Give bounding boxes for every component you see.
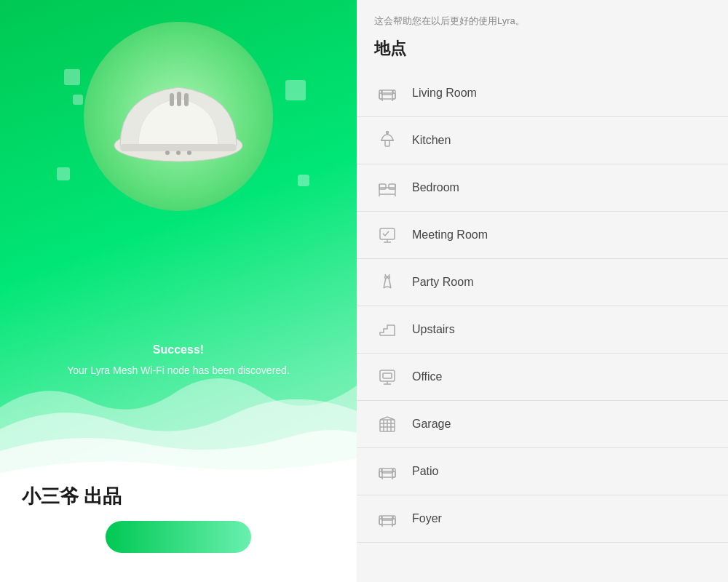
svg-rect-1 — [170, 93, 174, 106]
svg-rect-20 — [389, 184, 395, 189]
router-circle — [84, 22, 273, 211]
room-label-living-room: Living Room — [412, 87, 477, 100]
right-panel: 这会帮助您在以后更好的使用Lyra。 地点 Living Room Kitche… — [357, 0, 728, 582]
svg-point-6 — [176, 151, 181, 155]
svg-rect-46 — [379, 469, 382, 477]
room-label-upstairs: Upstairs — [412, 323, 455, 336]
room-item-upstairs[interactable]: Upstairs — [357, 306, 728, 354]
continue-button[interactable] — [106, 521, 251, 553]
router-illustration — [106, 58, 251, 175]
room-icon-upstairs — [374, 316, 400, 343]
room-label-bedroom: Bedroom — [412, 181, 459, 194]
room-label-garage: Garage — [412, 418, 451, 431]
success-message: Success! Your Lyra Mesh Wi-Fi node has b… — [0, 340, 357, 378]
deco-square-3 — [57, 167, 70, 180]
left-panel: Success! Your Lyra Mesh Wi-Fi node has b… — [0, 0, 357, 582]
room-label-kitchen: Kitchen — [412, 134, 451, 147]
room-item-kitchen[interactable]: Kitchen — [357, 117, 728, 164]
svg-rect-10 — [379, 90, 382, 99]
room-item-living-room[interactable]: Living Room — [357, 70, 728, 117]
svg-rect-34 — [380, 370, 395, 381]
svg-line-33 — [389, 274, 389, 276]
svg-rect-15 — [385, 140, 389, 146]
room-label-patio: Patio — [412, 465, 438, 478]
svg-rect-37 — [383, 373, 392, 378]
svg-rect-19 — [379, 184, 386, 189]
room-item-party-room[interactable]: Party Room — [357, 259, 728, 306]
room-item-office[interactable]: Office — [357, 354, 728, 401]
room-item-patio[interactable]: Patio — [357, 448, 728, 495]
success-title: Success! — [15, 340, 342, 359]
deco-square-1 — [64, 69, 80, 85]
svg-point-7 — [187, 151, 191, 155]
svg-point-5 — [165, 151, 170, 155]
branding-text: 小三爷 出品 — [22, 484, 122, 509]
deco-square-4 — [285, 80, 306, 100]
svg-rect-51 — [381, 516, 393, 520]
room-item-foyer[interactable]: Foyer — [357, 495, 728, 543]
deco-square-2 — [73, 95, 83, 105]
room-icon-office — [374, 364, 400, 390]
svg-rect-9 — [381, 90, 393, 95]
room-label-meeting-room: Meeting Room — [412, 228, 488, 242]
room-item-meeting-room[interactable]: Meeting Room — [357, 212, 728, 259]
svg-rect-11 — [392, 90, 395, 99]
svg-rect-3 — [184, 93, 189, 106]
svg-rect-2 — [177, 92, 181, 106]
room-icon-party-room — [374, 269, 400, 295]
room-icon-kitchen — [374, 127, 400, 154]
svg-point-30 — [385, 276, 387, 279]
room-icon-patio — [374, 458, 400, 485]
success-body: Your Lyra Mesh Wi-Fi node has been disco… — [15, 362, 342, 378]
room-icon-garage — [374, 411, 400, 437]
room-item-garage[interactable]: Garage — [357, 401, 728, 448]
svg-rect-4 — [120, 144, 237, 151]
svg-point-31 — [388, 276, 390, 279]
svg-rect-53 — [392, 516, 395, 525]
svg-rect-52 — [379, 516, 382, 525]
right-header: 这会帮助您在以后更好的使用Lyra。 地点 — [357, 0, 728, 70]
room-item-bedroom[interactable]: Bedroom — [357, 164, 728, 212]
room-label-foyer: Foyer — [412, 512, 442, 525]
room-icon-meeting-room — [374, 222, 400, 248]
svg-line-32 — [385, 274, 386, 276]
room-label-party-room: Party Room — [412, 276, 473, 289]
room-list: Living Room Kitchen Bedroom Meeting Room — [357, 70, 728, 582]
room-label-office: Office — [412, 370, 443, 383]
subtitle-text: 这会帮助您在以后更好的使用Lyra。 — [374, 15, 711, 28]
room-icon-living-room — [374, 80, 400, 106]
deco-square-5 — [298, 175, 309, 186]
room-icon-bedroom — [374, 175, 400, 201]
svg-rect-47 — [392, 469, 395, 477]
section-title: 地点 — [374, 38, 711, 60]
svg-rect-45 — [381, 469, 393, 473]
room-icon-foyer — [374, 506, 400, 532]
